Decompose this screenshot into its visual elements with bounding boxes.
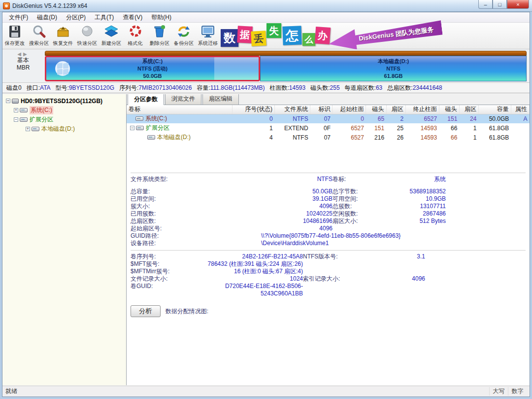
detail-value: 104861696 [204,218,332,225]
detail-label: 索引记录大小: [303,275,362,283]
delete-partition-icon [152,24,167,39]
save-changes-button[interactable]: 保存更改 [2,23,27,49]
promo-banner[interactable]: 数 据 丢 失 怎 么 办 DiskGenius 团队为您服务 [221,23,442,49]
detail-value: \Device\HarddiskVolume1 [204,240,446,247]
partition-size: 50.0GB [143,73,162,80]
disk-tree-panel: − HD0:9BYETSSD120G(112GB) + 系统(C:) − 扩展分… [2,94,127,385]
menu-disk[interactable]: 磁盘(D) [33,12,62,23]
expand-icon[interactable]: + [14,108,18,112]
detail-value: 4096 [204,203,332,210]
partition-c-block[interactable]: 系统(C:) NTFS (活动) 50.0GB [45,56,260,81]
toolbar-label: 备份分区 [173,40,193,47]
partition-d-block[interactable]: 本地磁盘(D:) NTFS 61.8GB [260,56,527,81]
format-button[interactable]: 格式化 [123,23,147,49]
minimize-button[interactable]: – [478,0,493,9]
detail-value: 50.0GB [204,188,332,195]
table-row-extended[interactable]: −扩展分区 1 EXTEND 0F 6527 151 25 14593 66 1… [127,123,530,133]
caps-indicator: 大写 [489,387,508,396]
tab-sector-edit[interactable]: 扇区编辑 [202,94,239,105]
col-file-system[interactable]: 文件系统 [275,105,310,114]
menu-help[interactable]: 帮助(H) [147,12,176,23]
disk-info-key: 磁盘0 [6,84,22,91]
toolbar-label: 格式化 [128,40,142,47]
partition-icon [20,108,28,112]
col-end-cylinder[interactable]: 终止柱面 [405,105,439,114]
close-button[interactable]: × [507,0,529,9]
prev-disk-icon[interactable]: ◀ [17,51,23,57]
col-head2[interactable]: 磁头 [439,105,459,114]
disk-info-val: ATA [40,84,51,91]
expand-icon[interactable]: + [26,127,30,131]
disk-info-key: 总扇区数: [387,84,412,91]
col-sector2[interactable]: 扇区 [459,105,478,114]
disk-info-key: 磁头数: [310,84,330,91]
col-start-cylinder[interactable]: 起始柱面 [332,105,366,114]
tab-partition-params[interactable]: 分区参数 [128,94,164,105]
disk-info-key: 每道扇区数: [345,84,376,91]
tree-item-extended[interactable]: − 扩展分区 [2,115,126,124]
menu-view[interactable]: 查看(V) [118,12,147,23]
cell: 0 [232,114,274,123]
detail-label: $MFT簇号: [131,260,204,268]
menu-file[interactable]: 文件(F) [4,12,33,23]
toolbar-label: 保存更改 [4,40,24,47]
tree-item-system-c[interactable]: + 系统(C:) [2,106,126,115]
window-frame: 文件(F) 磁盘(D) 分区(P) 工具(T) 查看(V) 帮助(H) 保存更改… [2,12,530,397]
detail-label: 空闲簇数: [332,210,392,218]
banner-tile: 么 [302,33,315,46]
partition-fs: NTFS [386,65,400,73]
collapse-icon[interactable]: − [130,126,134,130]
disk-icon [12,99,19,104]
analyze-button[interactable]: 分析 [131,305,161,317]
delete-partition-button[interactable]: 删除分区 [147,23,171,49]
tree-item-local-d[interactable]: + 本地磁盘(D:) [2,124,126,134]
collapse-icon[interactable]: − [14,117,18,122]
disk-info-key: 型号: [56,84,69,91]
quick-partition-button[interactable]: 快速分区 [75,23,99,49]
status-text: 就绪 [5,387,17,396]
system-migrate-button[interactable]: 系统迁移 [196,23,220,49]
disk-info-key: 序列号: [119,84,138,91]
cell: 07 [310,114,332,123]
tree-item-label: 本地磁盘(D:) [41,125,75,133]
col-head[interactable]: 磁头 [366,105,386,114]
next-disk-icon[interactable]: ▶ [23,51,29,57]
partition-icon [32,127,39,131]
backup-partition-button[interactable]: 备份分区 [171,23,196,49]
menu-partition[interactable]: 分区(P) [62,12,90,23]
save-icon [7,24,22,39]
cell: NTFS [275,133,310,142]
tree-item-disk[interactable]: − HD0:9BYETSSD120G(112GB) [2,96,126,106]
detail-value: 10240225 [204,210,332,218]
menu-tools[interactable]: 工具(T) [90,12,118,23]
col-index-status[interactable]: 序号(状态) [232,105,274,114]
col-attr[interactable]: 属性 [511,105,529,114]
recover-files-button[interactable]: 恢复文件 [51,23,75,49]
collapse-icon[interactable]: − [6,99,10,103]
maximize-button[interactable]: □ [493,0,507,9]
tab-browse-files[interactable]: 浏览文件 [165,94,201,105]
detail-value: D720E44E-E18E-4162-B506-5243C960A1BB [204,283,303,297]
cell: EXTEND [275,123,310,133]
detail-value: 39.1GB [204,195,332,203]
col-sector[interactable]: 扇区 [386,105,405,114]
new-partition-button[interactable]: 新建分区 [99,23,123,49]
partition-fs: NTFS (活动) [137,65,167,73]
detail-value [392,225,446,232]
disk-type-mbr: MBR [2,64,44,72]
disk-visual-panel: ◀▶ 基本 MBR 系统(C:) NTFS (活动) 50.0GB 本地磁盘(D… [2,49,530,83]
detail-value: 4096 [204,225,332,232]
disk-info-val: 9BYETSSD120G [69,84,114,91]
search-partition-button[interactable]: 搜索分区 [27,23,51,49]
cell-volume: 扩展分区 [146,124,169,132]
cell: NTFS [275,114,310,123]
app-icon [3,2,10,9]
col-id[interactable]: 标识 [310,105,332,114]
col-volume-label[interactable]: 卷标 [127,105,232,114]
cell: 1 [459,123,478,133]
col-capacity[interactable]: 容量 [478,105,511,114]
table-row-local-d[interactable]: 本地磁盘(D:) 4 NTFS 07 6527 216 26 14593 66 … [127,133,530,142]
detail-label: NTFS版本号: [303,253,362,260]
disk-nav-arrows[interactable]: ◀▶ [2,51,44,57]
table-row-system-c[interactable]: 系统(C:) 0 NTFS 07 0 65 2 6527 151 24 50.0… [127,114,530,123]
